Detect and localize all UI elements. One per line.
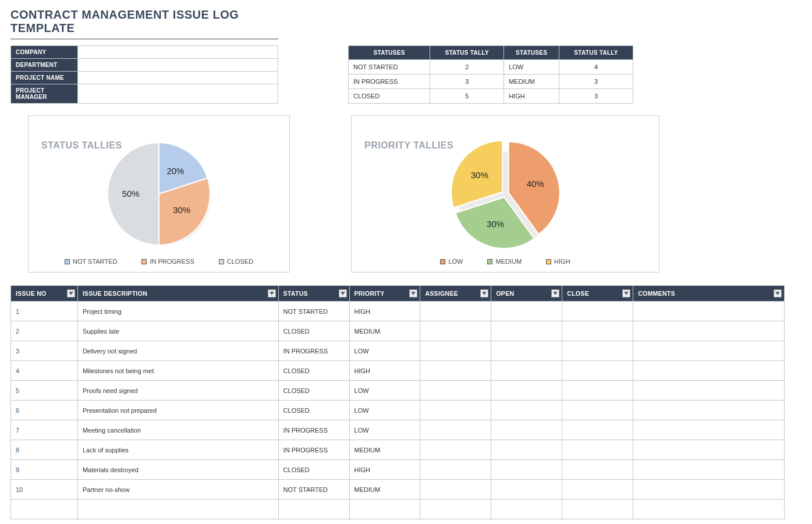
- cell-close[interactable]: [562, 341, 633, 361]
- cell-open[interactable]: [491, 460, 562, 480]
- filter-dropdown-icon[interactable]: [480, 289, 488, 298]
- filter-dropdown-icon[interactable]: [774, 289, 782, 298]
- cell-assignee[interactable]: [420, 401, 491, 420]
- issues-header-issue-no[interactable]: ISSUE NO: [11, 286, 78, 302]
- cell-status[interactable]: CLOSED: [278, 460, 349, 480]
- cell-status[interactable]: IN PROGRESS: [278, 440, 349, 460]
- cell-open[interactable]: [491, 302, 562, 321]
- cell-assignee[interactable]: [420, 420, 491, 440]
- cell-issue-no[interactable]: [11, 500, 78, 519]
- cell-assignee[interactable]: [420, 500, 491, 519]
- cell-issue-no[interactable]: 10: [11, 480, 78, 500]
- cell-comments[interactable]: [633, 302, 785, 321]
- cell-description[interactable]: Partner no-show: [77, 480, 278, 500]
- info-value-company[interactable]: [78, 46, 278, 59]
- cell-description[interactable]: Proofs need signed: [77, 381, 278, 401]
- cell-status[interactable]: IN PROGRESS: [278, 420, 349, 440]
- cell-priority[interactable]: LOW: [349, 420, 420, 440]
- cell-close[interactable]: [562, 480, 633, 500]
- cell-status[interactable]: NOT STARTED: [278, 302, 349, 321]
- cell-comments[interactable]: [633, 321, 785, 341]
- cell-close[interactable]: [562, 361, 633, 381]
- cell-issue-no[interactable]: 1: [11, 302, 78, 321]
- cell-priority[interactable]: HIGH: [349, 302, 420, 321]
- cell-comments[interactable]: [633, 440, 785, 460]
- cell-comments[interactable]: [633, 500, 785, 519]
- info-value-project-name[interactable]: [78, 72, 278, 84]
- cell-priority[interactable]: HIGH: [349, 460, 420, 480]
- filter-dropdown-icon[interactable]: [268, 289, 276, 298]
- cell-issue-no[interactable]: 9: [11, 460, 78, 480]
- cell-priority[interactable]: LOW: [349, 381, 420, 401]
- cell-open[interactable]: [491, 321, 562, 341]
- cell-issue-no[interactable]: 3: [11, 341, 78, 361]
- cell-close[interactable]: [562, 420, 633, 440]
- issues-header-comments[interactable]: COMMENTS: [633, 286, 785, 302]
- cell-issue-no[interactable]: 7: [11, 420, 78, 440]
- cell-open[interactable]: [491, 401, 562, 420]
- cell-close[interactable]: [562, 321, 633, 341]
- cell-status[interactable]: NOT STARTED: [278, 480, 349, 500]
- cell-priority[interactable]: MEDIUM: [349, 480, 420, 500]
- cell-status[interactable]: CLOSED: [278, 361, 349, 381]
- cell-assignee[interactable]: [420, 302, 491, 321]
- cell-priority[interactable]: HIGH: [349, 361, 420, 381]
- cell-comments[interactable]: [633, 341, 785, 361]
- issues-header-close[interactable]: CLOSE: [562, 286, 633, 302]
- cell-status[interactable]: CLOSED: [278, 401, 349, 420]
- cell-issue-no[interactable]: 8: [11, 440, 78, 460]
- cell-priority[interactable]: MEDIUM: [349, 440, 420, 460]
- cell-issue-no[interactable]: 6: [11, 401, 78, 420]
- filter-dropdown-icon[interactable]: [551, 289, 559, 298]
- cell-description[interactable]: [77, 500, 278, 519]
- cell-description[interactable]: Milestones not being met: [77, 361, 278, 381]
- issues-header-status[interactable]: STATUS: [278, 286, 349, 302]
- filter-dropdown-icon[interactable]: [622, 289, 630, 298]
- cell-comments[interactable]: [633, 401, 785, 420]
- info-value-department[interactable]: [78, 59, 278, 72]
- cell-comments[interactable]: [633, 480, 785, 500]
- cell-issue-no[interactable]: 4: [11, 361, 78, 381]
- cell-assignee[interactable]: [420, 460, 491, 480]
- cell-open[interactable]: [491, 341, 562, 361]
- cell-status[interactable]: [278, 500, 349, 519]
- cell-assignee[interactable]: [420, 321, 491, 341]
- cell-priority[interactable]: LOW: [349, 401, 420, 420]
- cell-issue-no[interactable]: 2: [11, 321, 78, 341]
- cell-close[interactable]: [562, 460, 633, 480]
- cell-description[interactable]: Supplies late: [77, 321, 278, 341]
- cell-description[interactable]: Presentation not prepared: [77, 401, 278, 420]
- cell-close[interactable]: [562, 381, 633, 401]
- issues-header-open[interactable]: OPEN: [491, 286, 562, 302]
- cell-comments[interactable]: [633, 420, 785, 440]
- cell-assignee[interactable]: [420, 480, 491, 500]
- cell-issue-no[interactable]: 5: [11, 381, 78, 401]
- cell-priority[interactable]: MEDIUM: [349, 321, 420, 341]
- filter-dropdown-icon[interactable]: [339, 289, 347, 298]
- cell-status[interactable]: CLOSED: [278, 381, 349, 401]
- issues-header-assignee[interactable]: ASSIGNEE: [420, 286, 491, 302]
- cell-open[interactable]: [491, 361, 562, 381]
- info-value-project-manager[interactable]: [78, 84, 278, 104]
- filter-dropdown-icon[interactable]: [409, 289, 417, 298]
- cell-close[interactable]: [562, 500, 633, 519]
- cell-description[interactable]: Project timing: [77, 302, 278, 321]
- cell-description[interactable]: Delivery not signed: [77, 341, 278, 361]
- cell-close[interactable]: [562, 401, 633, 420]
- cell-close[interactable]: [562, 302, 633, 321]
- cell-priority[interactable]: LOW: [349, 341, 420, 361]
- cell-assignee[interactable]: [420, 440, 491, 460]
- cell-open[interactable]: [491, 440, 562, 460]
- cell-assignee[interactable]: [420, 341, 491, 361]
- cell-open[interactable]: [491, 480, 562, 500]
- cell-assignee[interactable]: [420, 381, 491, 401]
- issues-header-description[interactable]: ISSUE DESCRIPTION: [77, 286, 278, 302]
- cell-comments[interactable]: [633, 460, 785, 480]
- cell-status[interactable]: IN PROGRESS: [278, 341, 349, 361]
- filter-dropdown-icon[interactable]: [67, 289, 75, 298]
- cell-assignee[interactable]: [420, 361, 491, 381]
- cell-description[interactable]: Lack of supplies: [77, 440, 278, 460]
- cell-close[interactable]: [562, 440, 633, 460]
- cell-open[interactable]: [491, 420, 562, 440]
- cell-description[interactable]: Materials destroyed: [77, 460, 278, 480]
